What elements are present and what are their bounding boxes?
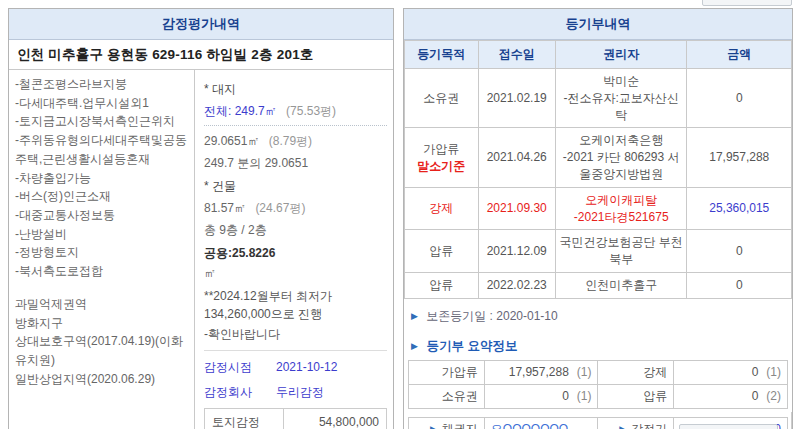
- common-area-unit: ㎡: [204, 264, 387, 282]
- summary-value: 17,957,288(1): [484, 360, 598, 384]
- appraisal-panel-title: 감정평가내역: [9, 9, 393, 40]
- notice-line: -확인바랍니다: [204, 325, 387, 343]
- dotted-divider: [204, 125, 387, 126]
- table-row: 압류 2021.12.09 국민건강보험공단 부천북부 0: [405, 230, 792, 273]
- cropped-button-top[interactable]: [702, 0, 792, 6]
- registry-date: 2021.12.09: [478, 230, 555, 273]
- table-row: 강제 2021.09.30 오케이캐피탈 -2021타경521675 25,36…: [405, 187, 792, 230]
- registry-holder: 박미순 -전소유자:교보자산신탁: [555, 69, 687, 128]
- registry-holder: 오케이캐피탈 -2021타경521675: [555, 187, 687, 230]
- registry-table: 등기목적 접수일 권리자 금액 소유권 2021.02.19 박미순 -전소유자…: [404, 40, 792, 299]
- registry-summary-table: 가압류 17,957,288(1) 강제 0(1) 소유권 0(1) 압류 0(…: [408, 360, 788, 409]
- registry-amount: 0: [687, 230, 792, 273]
- appraisal-panel: 감정평가내역 인천 미추홀구 용현동 629-116 하임빌 2층 201호 -…: [8, 8, 394, 429]
- feature-item: -토지금고시장북서측인근위치: [15, 112, 191, 131]
- registry-date: 2021.09.30: [478, 187, 555, 230]
- summary-value: 0(1): [484, 384, 598, 408]
- purpose-text: 가압류: [407, 141, 476, 158]
- feature-item: -철콘조평스라브지붕: [15, 75, 191, 94]
- holder-detail: -2021 카단 806293 서울중앙지방법원: [558, 149, 685, 183]
- registry-date: 2021.02.19: [478, 69, 555, 128]
- appraised-price-label: ▶감정가: [598, 417, 674, 429]
- land-share-value: 29.0651㎡: [204, 134, 259, 148]
- col-header-purpose: 등기목적: [405, 41, 479, 69]
- holder-detail: -2021타경521675: [558, 209, 685, 226]
- land-section-label: * 대지: [204, 80, 387, 98]
- feature-item: -난방설비: [15, 225, 191, 244]
- table-row: 가압류 17,957,288(1) 강제 0(1): [409, 360, 788, 384]
- registry-summary-title: ▶ 등기부 요약정보: [404, 328, 792, 360]
- preservation-date-value: 2020-01-10: [496, 309, 557, 323]
- summary-label: 소유권: [409, 384, 485, 408]
- arrow-icon: ▶: [619, 424, 626, 429]
- summary-label: 강제: [598, 360, 674, 384]
- zoning-list: 과밀억제권역 방화지구 상대보호구역(2017.04.19)(이화유치원) 일반…: [15, 295, 191, 389]
- table-row: 압류 2022.02.23 인천미추홀구 0: [405, 272, 792, 298]
- col-header-amount: 금액: [687, 41, 792, 69]
- creditor-value[interactable]: 오OOOOOOO...: [484, 417, 598, 429]
- summary-count: (1): [766, 365, 781, 379]
- arrow-icon: ▶: [411, 341, 418, 351]
- land-share-line: 29.0651㎡ (8.79평): [204, 132, 387, 150]
- summary-count: (1): [577, 365, 592, 379]
- land-total-pyeong: (75.53평): [286, 104, 336, 118]
- appraisal-company-row: 감정회사 두리감정: [204, 383, 387, 401]
- registry-amount: 0: [687, 272, 792, 298]
- table-row: 소유권 0(1) 압류 0(2): [409, 384, 788, 408]
- building-section-label: * 건물: [204, 177, 387, 195]
- land-appraisal-label: 토지감정: [205, 409, 284, 429]
- registry-holder: 인천미추홀구: [555, 272, 687, 298]
- holder-name: 오케이캐피탈: [558, 192, 685, 209]
- building-area-line: 81.57㎡ (24.67평): [204, 199, 387, 217]
- building-area-value: 81.57㎡: [204, 201, 246, 215]
- registry-date: 2021.04.26: [478, 128, 555, 187]
- summary-value: 0(1): [674, 360, 788, 384]
- baseline-tag: 말소기준: [407, 158, 476, 175]
- registry-summary-title-text: 등기부 요약정보: [426, 339, 517, 353]
- land-share-pyeong: (8.79평): [269, 134, 312, 148]
- appraisal-detail: * 대지 전체: 249.7㎡ (75.53평) 29.0651㎡ (8.79평…: [194, 70, 393, 429]
- zoning-item: 과밀억제권역: [15, 295, 191, 314]
- registry-purpose: 압류: [405, 272, 479, 298]
- summary-label: 가압류: [409, 360, 485, 384]
- appraisal-company-value[interactable]: 두리감정: [276, 383, 324, 401]
- separator: :: [490, 309, 493, 323]
- registry-holder: 오케이저축은행 -2021 카단 806293 서울중앙지방법원: [555, 128, 687, 187]
- col-header-holder: 권리자: [555, 41, 687, 69]
- building-area-pyeong: (24.67평): [255, 201, 305, 215]
- feature-item: -다세대주택.업무시설외1: [15, 94, 191, 113]
- feature-item: -버스(정)인근소재: [15, 187, 191, 206]
- zoning-item: 상대보호구역(2017.04.19)(이화유치원): [15, 332, 191, 369]
- appraisal-date-value[interactable]: 2021-10-12: [276, 358, 337, 376]
- appraisal-columns: -철콘조평스라브지붕 -다세대주택.업무시설외1 -토지금고시장북서측인근위치 …: [9, 70, 393, 429]
- summary-count: (1): [577, 389, 592, 403]
- holder-name: 박미순: [558, 73, 685, 90]
- appraisal-date-row: 감정시점 2021-10-12: [204, 358, 387, 376]
- table-row: 가압류 말소기준 2021.04.26 오케이저축은행 -2021 카단 806…: [405, 128, 792, 187]
- cropped-button-bottom[interactable]: [679, 424, 778, 429]
- registry-purpose: 가압류 말소기준: [405, 128, 479, 187]
- feature-list: -철콘조평스라브지붕 -다세대주택.업무시설외1 -토지금고시장북서측인근위치 …: [9, 70, 194, 429]
- holder-detail: -전소유자:교보자산신탁: [558, 90, 685, 124]
- registry-amount: 17,957,288: [687, 128, 792, 187]
- registry-holder: 국민건강보험공단 부천북부: [555, 230, 687, 273]
- appraisal-date-label: 감정시점: [204, 358, 276, 376]
- creditor-label: ▶채권자: [409, 417, 485, 429]
- common-area-line: 공용:25.8226: [204, 244, 387, 262]
- feature-item: -정방형토지: [15, 243, 191, 262]
- table-row: 토지감정 54,800,000: [205, 409, 387, 429]
- registry-amount: 0: [687, 69, 792, 128]
- container-edge-line: [791, 412, 792, 429]
- registry-amount: 25,360,015: [687, 187, 792, 230]
- summary-label: 압류: [598, 384, 674, 408]
- land-total-value[interactable]: 전체: 249.7㎡: [204, 104, 277, 118]
- zoning-item: 방화지구: [15, 314, 191, 333]
- solid-divider: [204, 350, 387, 351]
- registry-purpose: 압류: [405, 230, 479, 273]
- arrow-icon: ▶: [411, 311, 418, 321]
- feature-item: -북서측도로접합: [15, 262, 191, 281]
- notice-line: **2024.12월부터 최저가 134,260,000으로 진행: [204, 287, 387, 323]
- registry-date: 2022.02.23: [478, 272, 555, 298]
- zoning-item: 일반상업지역(2020.06.29): [15, 370, 191, 389]
- feature-item: -차량출입가능: [15, 169, 191, 188]
